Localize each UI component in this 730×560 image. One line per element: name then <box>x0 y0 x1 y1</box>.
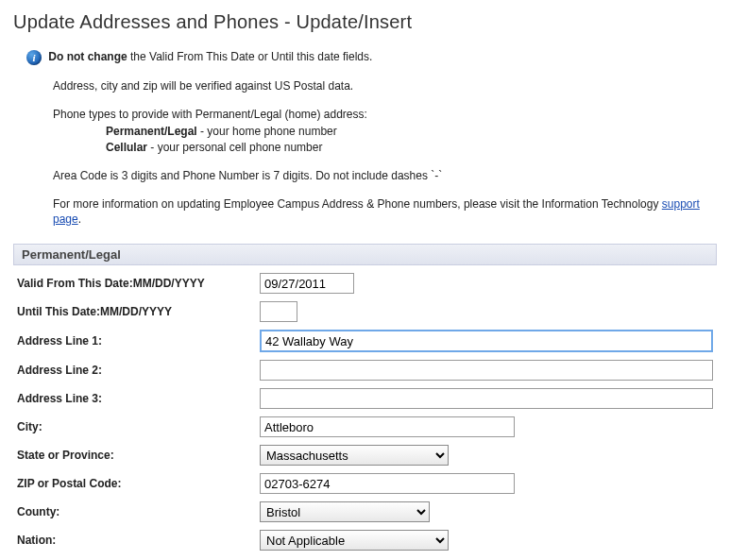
addr1-input[interactable] <box>260 330 713 352</box>
areacode-text: Area Code is 3 digits and Phone Number i… <box>53 168 717 183</box>
zip-label: ZIP or Postal Code: <box>13 469 256 498</box>
section-permanent-legal: Permanent/Legal <box>13 244 717 265</box>
more-info-pre: For more information on updating Employe… <box>53 197 662 211</box>
page-title: Update Addresses and Phones - Update/Ins… <box>13 11 717 33</box>
perm-legal-bold: Permanent/Legal <box>106 125 197 138</box>
phone-intro: Phone types to provide with Permanent/Le… <box>53 107 717 122</box>
county-select[interactable]: Bristol <box>260 501 430 522</box>
valid-from-input[interactable] <box>260 273 354 294</box>
cellular-rest: - your personal cell phone number <box>147 141 322 154</box>
until-input[interactable] <box>260 301 297 322</box>
city-label: City: <box>13 413 256 441</box>
verify-text: Address, city and zip will be verified a… <box>53 78 717 93</box>
addr3-input[interactable] <box>260 388 713 409</box>
do-not-change-rest: the Valid From This Date or Until this d… <box>127 50 373 63</box>
info-icon: i <box>26 50 42 65</box>
state-label: State or Province: <box>13 441 256 469</box>
do-not-change-bold: Do not change <box>48 50 127 63</box>
city-input[interactable] <box>260 416 515 437</box>
address-form: Valid From This Date:MM/DD/YYYY Until Th… <box>13 269 717 554</box>
addr2-input[interactable] <box>260 360 713 381</box>
addr2-label: Address Line 2: <box>13 356 256 384</box>
nation-label: Nation: <box>13 526 256 554</box>
nation-select[interactable]: Not Applicable <box>260 530 449 551</box>
more-info-post: . <box>78 212 81 226</box>
county-label: County: <box>13 498 256 526</box>
valid-from-label: Valid From This Date:MM/DD/YYYY <box>13 269 256 297</box>
addr1-label: Address Line 1: <box>13 326 256 356</box>
zip-input[interactable] <box>260 473 515 494</box>
cellular-bold: Cellular <box>106 141 147 154</box>
state-select[interactable]: Massachusetts <box>260 445 449 466</box>
perm-legal-rest: - your home phone number <box>197 125 337 138</box>
addr3-label: Address Line 3: <box>13 384 256 413</box>
until-label: Until This Date:MM/DD/YYYY <box>13 297 256 326</box>
